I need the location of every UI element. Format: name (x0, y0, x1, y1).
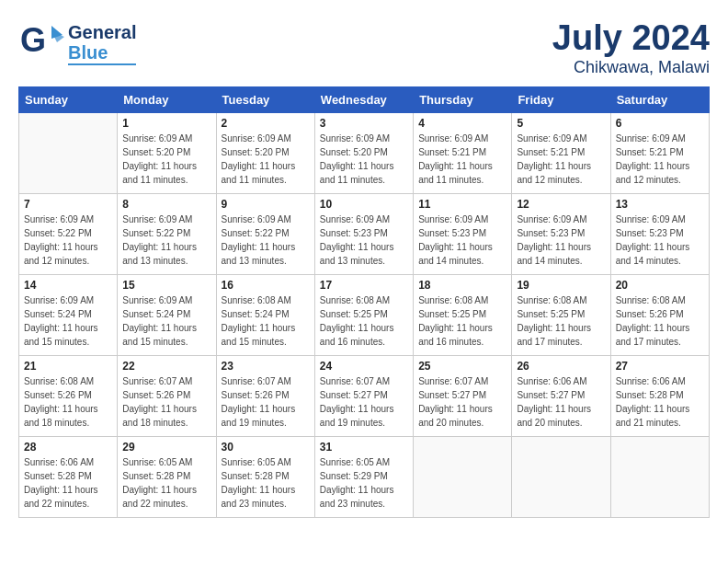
day-number: 22 (122, 360, 210, 373)
day-number: 19 (517, 279, 605, 292)
day-number: 14 (24, 279, 112, 292)
day-number: 27 (616, 360, 704, 373)
day-number: 10 (320, 198, 408, 211)
day-info: Sunrise: 6:09 AMSunset: 5:24 PMDaylight:… (24, 293, 112, 349)
calendar-cell: 4Sunrise: 6:09 AMSunset: 5:21 PMDaylight… (414, 113, 512, 194)
day-number: 17 (320, 279, 408, 292)
weekday-header-saturday: Saturday (610, 87, 709, 113)
day-number: 12 (517, 198, 605, 211)
day-number: 23 (222, 360, 310, 373)
calendar-cell: 2Sunrise: 6:09 AMSunset: 5:20 PMDaylight… (216, 113, 314, 194)
calendar-cell: 21Sunrise: 6:08 AMSunset: 5:26 PMDayligh… (19, 356, 118, 437)
weekday-header-thursday: Thursday (414, 87, 512, 113)
day-info: Sunrise: 6:09 AMSunset: 5:23 PMDaylight:… (418, 213, 506, 268)
calendar-cell: 28Sunrise: 6:06 AMSunset: 5:28 PMDayligh… (19, 437, 118, 518)
day-number: 21 (24, 360, 112, 373)
calendar-cell: 3Sunrise: 6:09 AMSunset: 5:20 PMDaylight… (314, 113, 413, 194)
day-info: Sunrise: 6:09 AMSunset: 5:22 PMDaylight:… (222, 213, 310, 268)
calendar-table: SundayMondayTuesdayWednesdayThursdayFrid… (18, 86, 710, 518)
weekday-header-friday: Friday (512, 87, 610, 113)
day-info: Sunrise: 6:08 AMSunset: 5:24 PMDaylight:… (222, 293, 310, 349)
weekday-header-sunday: Sunday (19, 87, 118, 113)
day-number: 4 (418, 117, 506, 130)
svg-text:G: G (20, 21, 46, 59)
calendar-cell: 1Sunrise: 6:09 AMSunset: 5:20 PMDaylight… (118, 113, 216, 194)
day-info: Sunrise: 6:07 AMSunset: 5:27 PMDaylight:… (418, 374, 506, 430)
calendar-cell: 17Sunrise: 6:08 AMSunset: 5:25 PMDayligh… (314, 275, 413, 356)
calendar-cell: 19Sunrise: 6:08 AMSunset: 5:25 PMDayligh… (512, 275, 610, 356)
calendar-cell: 27Sunrise: 6:06 AMSunset: 5:28 PMDayligh… (610, 356, 709, 437)
calendar-cell: 30Sunrise: 6:05 AMSunset: 5:28 PMDayligh… (216, 437, 314, 518)
calendar-cell: 25Sunrise: 6:07 AMSunset: 5:27 PMDayligh… (414, 356, 512, 437)
calendar-cell: 26Sunrise: 6:06 AMSunset: 5:27 PMDayligh… (512, 356, 610, 437)
day-number: 8 (122, 198, 210, 211)
weekday-header-tuesday: Tuesday (216, 87, 314, 113)
day-number: 25 (418, 360, 506, 373)
week-row-5: 28Sunrise: 6:06 AMSunset: 5:28 PMDayligh… (19, 437, 710, 518)
calendar-cell: 11Sunrise: 6:09 AMSunset: 5:23 PMDayligh… (414, 194, 512, 275)
calendar-cell: 5Sunrise: 6:09 AMSunset: 5:21 PMDaylight… (512, 113, 610, 194)
day-info: Sunrise: 6:08 AMSunset: 5:25 PMDaylight:… (517, 293, 605, 349)
day-info: Sunrise: 6:09 AMSunset: 5:20 PMDaylight:… (222, 132, 310, 187)
calendar-cell: 7Sunrise: 6:09 AMSunset: 5:22 PMDaylight… (19, 194, 118, 275)
page-title: July 2024 (552, 18, 710, 58)
day-number: 5 (517, 117, 605, 130)
week-row-4: 21Sunrise: 6:08 AMSunset: 5:26 PMDayligh… (19, 356, 710, 437)
day-info: Sunrise: 6:07 AMSunset: 5:26 PMDaylight:… (222, 374, 310, 430)
logo-underline (68, 63, 136, 65)
weekday-header-wednesday: Wednesday (314, 87, 413, 113)
day-number: 31 (320, 441, 408, 454)
logo-text-block: General Blue (68, 22, 136, 65)
calendar-cell (19, 113, 118, 194)
day-info: Sunrise: 6:08 AMSunset: 5:26 PMDaylight:… (24, 374, 112, 430)
calendar-cell: 9Sunrise: 6:09 AMSunset: 5:22 PMDaylight… (216, 194, 314, 275)
day-number: 30 (222, 441, 310, 454)
calendar-cell: 13Sunrise: 6:09 AMSunset: 5:23 PMDayligh… (610, 194, 709, 275)
day-info: Sunrise: 6:09 AMSunset: 5:21 PMDaylight:… (517, 132, 605, 187)
calendar-cell: 18Sunrise: 6:08 AMSunset: 5:25 PMDayligh… (414, 275, 512, 356)
day-info: Sunrise: 6:09 AMSunset: 5:23 PMDaylight:… (517, 213, 605, 268)
logo-blue-text: Blue (68, 42, 136, 63)
day-info: Sunrise: 6:05 AMSunset: 5:29 PMDaylight:… (320, 455, 408, 511)
day-number: 9 (222, 198, 310, 211)
day-number: 15 (122, 279, 210, 292)
day-number: 1 (122, 117, 210, 130)
day-number: 3 (320, 117, 408, 130)
week-row-3: 14Sunrise: 6:09 AMSunset: 5:24 PMDayligh… (19, 275, 710, 356)
logo: G General Blue (18, 18, 136, 69)
calendar-cell: 15Sunrise: 6:09 AMSunset: 5:24 PMDayligh… (118, 275, 216, 356)
week-row-2: 7Sunrise: 6:09 AMSunset: 5:22 PMDaylight… (19, 194, 710, 275)
calendar-cell: 24Sunrise: 6:07 AMSunset: 5:27 PMDayligh… (314, 356, 413, 437)
day-number: 28 (24, 441, 112, 454)
day-number: 7 (24, 198, 112, 211)
day-info: Sunrise: 6:09 AMSunset: 5:22 PMDaylight:… (24, 213, 112, 268)
day-number: 29 (122, 441, 210, 454)
weekday-header-monday: Monday (118, 87, 216, 113)
day-info: Sunrise: 6:06 AMSunset: 5:27 PMDaylight:… (517, 374, 605, 430)
day-info: Sunrise: 6:09 AMSunset: 5:23 PMDaylight:… (616, 213, 704, 268)
day-info: Sunrise: 6:06 AMSunset: 5:28 PMDaylight:… (616, 374, 704, 430)
calendar-cell: 23Sunrise: 6:07 AMSunset: 5:26 PMDayligh… (216, 356, 314, 437)
calendar-cell (414, 437, 512, 518)
calendar-cell: 14Sunrise: 6:09 AMSunset: 5:24 PMDayligh… (19, 275, 118, 356)
day-info: Sunrise: 6:08 AMSunset: 5:25 PMDaylight:… (418, 293, 506, 349)
day-number: 20 (616, 279, 704, 292)
calendar-cell: 22Sunrise: 6:07 AMSunset: 5:26 PMDayligh… (118, 356, 216, 437)
day-number: 16 (222, 279, 310, 292)
logo-general-text: General (68, 22, 136, 42)
day-info: Sunrise: 6:09 AMSunset: 5:23 PMDaylight:… (320, 213, 408, 268)
calendar-cell: 31Sunrise: 6:05 AMSunset: 5:29 PMDayligh… (314, 437, 413, 518)
day-info: Sunrise: 6:09 AMSunset: 5:22 PMDaylight:… (122, 213, 210, 268)
day-info: Sunrise: 6:07 AMSunset: 5:27 PMDaylight:… (320, 374, 408, 430)
logo-icon: G (18, 18, 64, 69)
day-info: Sunrise: 6:09 AMSunset: 5:21 PMDaylight:… (616, 132, 704, 187)
day-info: Sunrise: 6:08 AMSunset: 5:25 PMDaylight:… (320, 293, 408, 349)
calendar-cell: 6Sunrise: 6:09 AMSunset: 5:21 PMDaylight… (610, 113, 709, 194)
calendar-cell: 8Sunrise: 6:09 AMSunset: 5:22 PMDaylight… (118, 194, 216, 275)
calendar-cell: 12Sunrise: 6:09 AMSunset: 5:23 PMDayligh… (512, 194, 610, 275)
day-number: 18 (418, 279, 506, 292)
day-info: Sunrise: 6:05 AMSunset: 5:28 PMDaylight:… (222, 455, 310, 511)
calendar-cell: 16Sunrise: 6:08 AMSunset: 5:24 PMDayligh… (216, 275, 314, 356)
day-info: Sunrise: 6:07 AMSunset: 5:26 PMDaylight:… (122, 374, 210, 430)
day-info: Sunrise: 6:08 AMSunset: 5:26 PMDaylight:… (616, 293, 704, 349)
